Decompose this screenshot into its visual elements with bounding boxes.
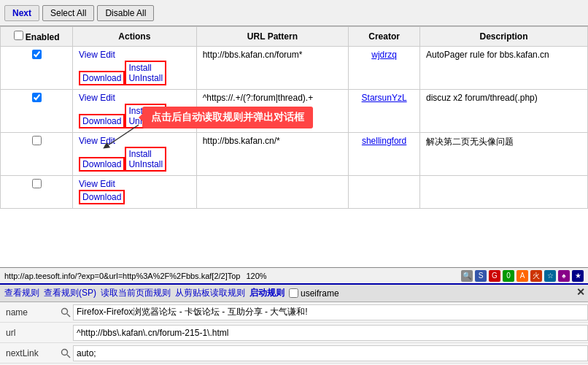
svg-line-5 (67, 355, 70, 358)
col-url-pattern: URL Pattern (196, 27, 349, 47)
disable-all-button[interactable]: Disable All (97, 5, 154, 21)
status-icon-2: S (475, 270, 487, 282)
status-icon-8: ♠ (558, 270, 570, 282)
read-clipboard-rules-link[interactable]: 从剪贴板读取规则 (175, 287, 245, 299)
row-url-pattern: http://bbs.kafan.cn/forum* (196, 47, 349, 90)
col-creator: Creator (349, 27, 420, 47)
row-actions: View EditDownload (73, 176, 197, 209)
field-input-nextLink[interactable] (73, 345, 588, 361)
row-url-pattern: http://bbs.kafan.cn/* (196, 133, 349, 176)
row-actions: View EditDownloadInstall UnInstall (73, 133, 197, 176)
view-rules-sp-link[interactable]: 查看规则(SP) (44, 287, 96, 299)
field-input-name[interactable] (73, 304, 588, 320)
field-label-name: name (0, 307, 58, 318)
search-icon (58, 348, 73, 358)
download-link[interactable]: Download (82, 116, 121, 126)
row-description: discuz x2 forum/thread(.php) (420, 90, 588, 133)
zoom-level: 120% (246, 272, 266, 280)
table-row: View EditDownloadInstall UnInstallhttp:/… (1, 133, 588, 176)
download-link[interactable]: Download (82, 73, 121, 83)
svg-line-3 (67, 314, 70, 317)
status-icon-1: 🔍 (461, 270, 473, 282)
field-row: name (0, 302, 588, 323)
select-all-checkbox[interactable] (14, 31, 23, 40)
row-enabled-checkbox[interactable] (32, 136, 42, 145)
field-input-url[interactable] (73, 325, 588, 341)
main-toolbar: Next Select All Disable All (0, 0, 588, 26)
creator-link[interactable]: wjdrzq (371, 50, 397, 60)
col-enabled: Enabled (1, 27, 73, 47)
select-all-button[interactable]: Select All (42, 5, 94, 21)
install-link[interactable]: Install (128, 149, 151, 159)
edit-link[interactable]: Edit (98, 50, 115, 60)
row-creator: StarsunYzL (349, 90, 420, 133)
status-icon-4: 0 (503, 270, 514, 282)
bottom-panel: 查看规则 查看规则(SP) 读取当前页面规则 从剪贴板读取规则 启动规则 use… (0, 283, 588, 365)
view-link[interactable]: View (79, 50, 98, 60)
status-bar: http://ap.teesoft.info/?exp=0&url=http%3… (0, 267, 588, 283)
field-label-nextLink: nextLink (0, 348, 58, 358)
creator-link[interactable]: shellingford (362, 136, 406, 146)
field-row: url (0, 323, 588, 343)
field-row: nextLink (0, 343, 588, 364)
useiframe-label: useiframe (289, 288, 339, 299)
table-row: View EditDownload (1, 176, 588, 209)
row-description: 解决第二页无头像问题 (420, 133, 588, 176)
row-enabled-checkbox[interactable] (32, 93, 42, 102)
view-link[interactable]: View (79, 93, 98, 103)
edit-link[interactable]: Edit (98, 136, 115, 146)
view-rules-link[interactable]: 查看规则 (4, 287, 39, 299)
next-button[interactable]: Next (4, 5, 39, 21)
uninstall-link[interactable]: UnInstall (128, 73, 163, 83)
read-page-rules-link[interactable]: 读取当前页面规则 (101, 287, 171, 299)
status-icons: 🔍 S G 0 A 火 ☆ ♠ ★ (461, 270, 584, 282)
view-link[interactable]: View (79, 179, 98, 189)
row-actions: View EditDownloadInstall UnInstall (73, 47, 197, 90)
row-creator: wjdrzq (349, 47, 420, 90)
search-icon (58, 307, 73, 318)
col-description: Description (420, 27, 588, 47)
col-actions: Actions (73, 27, 197, 47)
edit-link[interactable]: Edit (98, 179, 115, 189)
status-icon-9: ★ (572, 270, 584, 282)
row-description: AutoPager rule for bbs.kafan.cn (420, 47, 588, 90)
close-button[interactable]: ✕ (576, 287, 585, 297)
creator-link[interactable]: StarsunYzL (362, 93, 407, 103)
row-description (420, 176, 588, 209)
row-url-pattern (196, 176, 349, 209)
status-icon-6: 火 (530, 270, 542, 282)
rules-table-area: Enabled Actions URL Pattern Creator Desc… (0, 26, 588, 267)
row-enabled-checkbox[interactable] (32, 50, 42, 59)
status-icon-3: G (489, 270, 500, 282)
install-link[interactable]: Install (128, 63, 151, 73)
row-creator (349, 176, 420, 209)
status-icon-7: ☆ (544, 270, 556, 282)
field-label-url: url (0, 328, 58, 338)
uninstall-link[interactable]: UnInstall (128, 159, 163, 169)
status-icon-5: A (517, 270, 528, 282)
download-link[interactable]: Download (82, 192, 121, 202)
download-link[interactable]: Download (82, 159, 121, 169)
table-row: View EditDownloadInstall UnInstallhttp:/… (1, 47, 588, 90)
status-url: http://ap.teesoft.info/?exp=0&url=http%3… (4, 272, 240, 280)
svg-point-4 (62, 349, 68, 355)
svg-point-2 (62, 308, 68, 314)
view-link[interactable]: View (79, 136, 98, 146)
fields-container: name urlnextLink pageElement (0, 302, 588, 365)
bottom-toolbar: 查看规则 查看规则(SP) 读取当前页面规则 从剪贴板读取规则 启动规则 use… (0, 285, 588, 302)
useiframe-checkbox[interactable] (289, 288, 298, 298)
callout-tooltip: 点击后自动读取规则并弹出对话框 (142, 107, 313, 128)
row-creator: shellingford (349, 133, 420, 176)
row-enabled-checkbox[interactable] (32, 179, 42, 188)
activate-rules-link[interactable]: 启动规则 (249, 287, 285, 299)
edit-link[interactable]: Edit (98, 93, 115, 103)
